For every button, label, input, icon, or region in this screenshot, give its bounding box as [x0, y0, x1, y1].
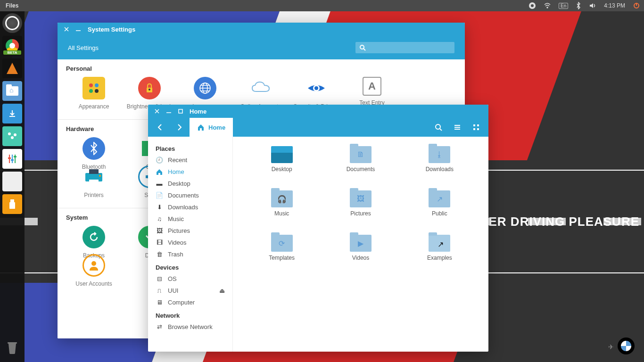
picture-icon: 🖼 — [156, 227, 163, 234]
launcher-vlc[interactable] — [2, 58, 22, 78]
svg-rect-11 — [15, 155, 16, 163]
svg-point-34 — [99, 175, 101, 177]
launcher-dash[interactable] — [2, 13, 22, 33]
computer-icon: 🖥 — [156, 299, 163, 306]
launcher-text-editor[interactable] — [2, 172, 22, 191]
search-icon — [359, 44, 366, 51]
folder-examples[interactable]: ↗Examples — [400, 235, 479, 271]
folder-desktop[interactable]: Desktop — [242, 146, 321, 182]
folder-music[interactable]: 🎧Music — [242, 190, 321, 226]
home-icon — [156, 169, 163, 175]
files-titlebar[interactable]: Home — [148, 105, 488, 118]
bmw-badge-icon — [618, 337, 635, 354]
svg-point-6 — [8, 132, 11, 135]
nav-forward-button[interactable] — [171, 118, 188, 137]
bluetooth-indicator-icon[interactable] — [572, 2, 585, 9]
settings-headerbar: All Settings — [58, 36, 465, 59]
svg-point-28 — [314, 86, 318, 90]
svg-rect-17 — [8, 342, 17, 344]
svg-point-35 — [91, 261, 96, 266]
svg-point-2 — [547, 7, 548, 8]
network-header: Network — [148, 308, 232, 321]
launcher-files[interactable] — [2, 81, 22, 101]
wifi-indicator-icon[interactable] — [540, 2, 555, 9]
folder-templates[interactable]: ⟳Templates — [242, 235, 321, 271]
files-sidebar: Places 🕘Recent Home ▬Desktop 📄Documents … — [148, 137, 233, 352]
sidebar-item-os[interactable]: ⊟OS — [148, 273, 232, 285]
document-icon: 📄 — [156, 192, 163, 199]
settings-printers[interactable]: Printers — [66, 165, 122, 198]
eject-icon[interactable]: ⏏ — [219, 287, 225, 294]
sidebar-item-browse-network[interactable]: ⇄Browse Network — [148, 321, 232, 333]
top-panel: Files En 4:13 PM — [0, 0, 644, 11]
svg-point-24 — [149, 89, 150, 90]
devices-header: Devices — [148, 260, 232, 273]
sidebar-item-uui[interactable]: ⎍UUI⏏ — [148, 285, 232, 296]
sidebar-item-home[interactable]: Home — [148, 166, 232, 178]
path-segment-home[interactable]: Home — [190, 118, 233, 137]
settings-titlebar[interactable]: System Settings — [58, 23, 465, 36]
sidebar-item-documents[interactable]: 📄Documents — [148, 189, 232, 201]
svg-rect-14 — [14, 156, 17, 157]
files-toolbar: Home — [148, 118, 488, 137]
nav-back-button[interactable] — [152, 118, 169, 137]
disk-icon: ⊟ — [156, 275, 163, 282]
clock-icon: 🕘 — [156, 156, 163, 164]
svg-rect-36 — [179, 109, 182, 113]
sidebar-item-trash[interactable]: 🗑Trash — [148, 248, 232, 260]
view-list-button[interactable] — [449, 118, 466, 137]
sidebar-item-pictures[interactable]: 🖼Pictures — [148, 225, 232, 237]
power-indicator-icon[interactable] — [629, 2, 644, 9]
svg-rect-40 — [473, 128, 475, 130]
close-button[interactable] — [64, 27, 69, 32]
files-window: Home Home Places 🕘Recent Home ▬Desktop 📄… — [148, 105, 488, 352]
svg-rect-16 — [9, 202, 15, 209]
svg-rect-38 — [473, 124, 475, 126]
all-settings-button[interactable]: All Settings — [68, 44, 99, 51]
svg-rect-39 — [477, 124, 479, 126]
close-button[interactable] — [155, 109, 159, 114]
language-indicator[interactable]: En — [555, 3, 572, 9]
sidebar-item-computer[interactable]: 🖥Computer — [148, 296, 232, 308]
launcher-usb[interactable] — [2, 194, 22, 214]
files-title: Home — [190, 108, 206, 115]
svg-point-21 — [89, 89, 93, 93]
home-icon — [197, 123, 205, 131]
personal-header: Personal — [66, 65, 456, 72]
network-icon: ⇄ — [156, 323, 163, 330]
sound-indicator-icon[interactable] — [585, 2, 600, 9]
folder-pictures[interactable]: 🖼Pictures — [321, 190, 400, 226]
launcher-download-manager[interactable] — [2, 104, 22, 123]
sidebar-item-videos[interactable]: 🎞Videos — [148, 237, 232, 248]
sidebar-item-desktop[interactable]: ▬Desktop — [148, 178, 232, 189]
launcher-equalizer[interactable] — [2, 149, 22, 169]
launcher-chrome-beta[interactable]: BETA — [2, 36, 22, 56]
active-app-title[interactable]: Files — [0, 2, 24, 9]
folder-videos[interactable]: ▶Videos — [321, 235, 400, 271]
settings-appearance[interactable]: Appearance — [66, 77, 122, 110]
files-search-button[interactable] — [430, 118, 447, 137]
svg-point-18 — [360, 45, 364, 49]
sidebar-item-recent[interactable]: 🕘Recent — [148, 154, 232, 166]
launcher-sound-settings[interactable] — [2, 126, 22, 146]
download-icon: ⬇ — [156, 204, 163, 211]
maximize-button[interactable] — [178, 109, 183, 114]
settings-user-accounts[interactable]: User Accounts — [66, 254, 122, 287]
settings-search-input[interactable] — [355, 42, 454, 53]
launcher-trash[interactable] — [2, 337, 22, 357]
sidebar-item-music[interactable]: ♫Music — [148, 213, 232, 225]
folder-downloads[interactable]: ⭳Downloads — [400, 146, 479, 182]
minimize-button[interactable] — [166, 109, 172, 114]
svg-rect-5 — [9, 116, 15, 117]
folder-grid: Desktop 🗎Documents ⭳Downloads 🎧Music 🖼Pi… — [233, 137, 488, 352]
places-header: Places — [148, 141, 232, 154]
view-grid-button[interactable] — [468, 118, 485, 137]
clock-indicator[interactable]: 4:13 PM — [600, 2, 629, 9]
chrome-indicator-icon[interactable] — [525, 2, 540, 9]
svg-rect-15 — [10, 199, 14, 202]
folder-documents[interactable]: 🗎Documents — [321, 146, 400, 182]
svg-point-22 — [95, 89, 99, 93]
folder-public[interactable]: ↗Public — [400, 190, 479, 226]
sidebar-item-downloads[interactable]: ⬇Downloads — [148, 201, 232, 213]
minimize-button[interactable] — [75, 27, 81, 32]
